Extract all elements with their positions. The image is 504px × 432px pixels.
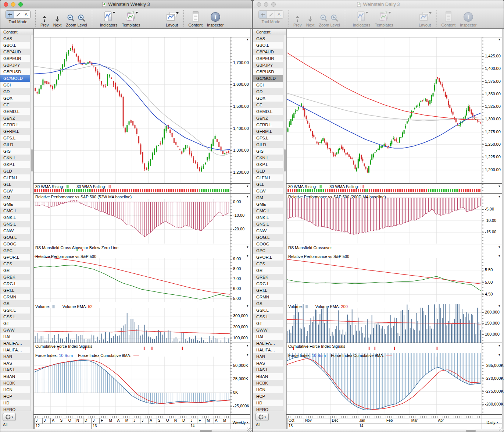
rp-hist-panel-label: Relative Performance vs S&P 500 (200D MA…: [288, 195, 386, 199]
month-label: F: [99, 418, 107, 424]
month-label: S: [157, 418, 165, 424]
wma-panel-label: 30 WMA Rising:30 WMA Falling:: [35, 184, 113, 189]
resize-grip[interactable]: [247, 428, 252, 432]
panel-menu-button[interactable]: ▾: [498, 304, 500, 308]
panel-menu-button[interactable]: ▾: [247, 353, 249, 357]
axis-tick-label: 150,000: [485, 321, 500, 325]
axis-tick-label: 100,000: [485, 332, 500, 336]
resize-grip[interactable]: [499, 428, 504, 432]
axis-tick-label: -270,000K: [485, 376, 504, 380]
panel-menu-button[interactable]: ▾: [498, 353, 500, 357]
panel-menu-button[interactable]: ▾: [498, 254, 500, 258]
axis-tick-label: 300,000: [233, 314, 248, 318]
panel-menu-button[interactable]: ▾: [247, 254, 249, 258]
mansfield-panel-label: RS Mansfield Crossover: [288, 245, 332, 250]
month-label: Feb: [385, 418, 410, 424]
panel-menu-button[interactable]: ▾: [247, 195, 249, 198]
month-label: Nov: [304, 418, 330, 424]
window-weinstein-weekly-3: Weinstein Weekly 3 A Tool Mode Prev Next: [0, 0, 252, 432]
volume-panel-label: Volume:Volume EMA: 200: [288, 304, 348, 309]
month-label: J: [42, 418, 50, 424]
axis-tick-label: 1,200.00: [485, 167, 501, 172]
month-label: Dec: [330, 418, 358, 424]
volume-ema-value: 52: [88, 304, 92, 309]
month-label: A: [50, 418, 58, 424]
axis-tick-label: -10.00: [485, 218, 496, 223]
axis-tick-label: -25,000K: [233, 404, 250, 408]
axis-tick-label: 5.50: [485, 268, 493, 272]
axis-tick-label: 200,000: [233, 325, 248, 329]
axis-tick-label: 1,275.00: [485, 130, 501, 134]
axis-tick-label: 1,425.00: [485, 54, 501, 58]
axis-tick-label: 200,000: [485, 310, 500, 314]
panel-menu-button[interactable]: ▾: [498, 245, 500, 249]
cumfi-panel-label: Cumulative Force Index Signals: [35, 344, 92, 348]
mansfield-panel-label: RS Mansfield Cross Above or Below Zero L…: [35, 245, 118, 250]
month-label: A: [116, 418, 124, 424]
month-label: N: [173, 418, 181, 424]
month-label: O: [67, 418, 75, 424]
month-label: M: [222, 418, 230, 424]
volume-ema-value: 200: [341, 304, 347, 309]
horizontal-scroll-thumb[interactable]: [200, 430, 212, 432]
desktop: Weinstein Weekly 3 A Tool Mode Prev Next: [0, 0, 504, 432]
force-index-panel-label: Force Index: 10 SumForce Index Cumulativ…: [288, 353, 392, 358]
panel-menu-button[interactable]: ▾: [498, 38, 500, 41]
axis-tick-label: 100,000: [233, 336, 248, 340]
axis-tick-label: 1,300.00: [233, 148, 249, 152]
month-label: Jan: [358, 418, 385, 424]
axis-tick-label: -275,000K: [485, 389, 504, 393]
panel-menu-button[interactable]: ▾: [247, 245, 249, 249]
month-label: M: [205, 418, 214, 424]
month-label: A: [148, 418, 156, 424]
axis-tick-label: 1,300.00: [485, 117, 501, 121]
axis-tick-label: 5.00: [233, 296, 241, 301]
axis-tick-label: 1,375.00: [485, 79, 501, 84]
chart-canvas[interactable]: [253, 0, 504, 432]
axis-tick-label: 0K: [233, 390, 238, 394]
panel-menu-button[interactable]: ▾: [247, 304, 249, 308]
panel-menu-button[interactable]: ▾: [498, 195, 500, 198]
horizontal-scroll-track[interactable]: [0, 429, 252, 432]
month-label: S: [59, 418, 67, 424]
month-label: Apr: [437, 418, 481, 424]
volume-swatch-icon: [52, 305, 56, 308]
falling-swatch-icon: [108, 185, 111, 188]
scale-selector[interactable]: Daily▾: [483, 420, 502, 425]
rp-line-panel-label: Relative Performance vs S&P 500: [35, 254, 96, 259]
axis-tick-label: -5.00: [485, 207, 494, 211]
month-label: J: [140, 418, 148, 424]
vertical-scroll-track[interactable]: [502, 29, 504, 429]
year-label: 13: [91, 424, 106, 429]
axis-tick-label: -15.00: [485, 230, 496, 234]
panel-menu-button[interactable]: ▾: [498, 185, 500, 188]
panel-menu-button[interactable]: ▾: [247, 344, 249, 347]
panel-menu-button[interactable]: ▾: [247, 38, 249, 41]
window-weinstein-daily-3: Weinstein Daily 3 A Tool Mode Prev Next: [253, 0, 504, 432]
axis-tick-label: -20.00: [233, 227, 244, 231]
axis-tick-label: 9.00: [233, 256, 241, 261]
axis-tick-label: 25,000K: [233, 376, 248, 381]
falling-swatch-icon: [361, 185, 364, 188]
ma-line-swatch-icon: [386, 355, 392, 356]
axis-tick-label: 50,000K: [233, 363, 248, 368]
year-label: 14: [189, 424, 204, 429]
panel-menu-button[interactable]: ▾: [247, 185, 249, 188]
month-label: D: [83, 418, 91, 424]
axis-tick-label: 1,400.00: [485, 66, 501, 71]
rp-hist-panel-label: Relative Performance vs S&P 500 (52W MA …: [35, 195, 132, 199]
chevron-down-icon: ▾: [497, 421, 498, 424]
axis-tick-label: 1,400.00: [233, 126, 249, 131]
month-label: D: [181, 418, 189, 424]
vertical-scroll-track[interactable]: [250, 29, 252, 429]
axis-tick-label: 1,200.00: [233, 170, 249, 174]
axis-tick-label: 1,500.00: [233, 104, 249, 109]
scale-selector[interactable]: Weekly▾: [231, 420, 250, 425]
chart-canvas[interactable]: [0, 0, 252, 432]
panel-menu-button[interactable]: ▾: [498, 344, 500, 347]
axis-tick-label: 1,250.00: [485, 142, 501, 146]
axis-tick-label: 8.00: [233, 266, 241, 271]
wma-panel-label: 30 WMA Rising:30 WMA Falling:: [288, 184, 366, 189]
axis-tick-label: 0.00: [233, 199, 241, 204]
horizontal-scroll-thumb[interactable]: [466, 430, 476, 432]
